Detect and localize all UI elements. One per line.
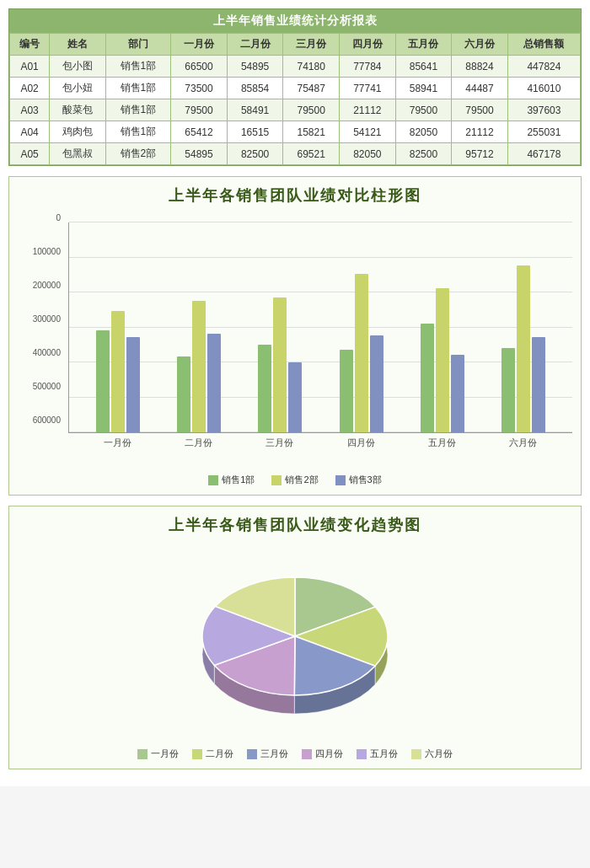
table-cell: 酸菜包 <box>50 99 106 121</box>
pie-legend-color-box <box>302 749 312 759</box>
table-cell: 44487 <box>452 78 508 99</box>
pie-legend-item: 六月份 <box>411 747 453 760</box>
legend-blue: 销售3部 <box>335 474 382 486</box>
pie-legend-item: 一月份 <box>137 747 179 760</box>
y-axis-label: 400000 <box>18 349 64 357</box>
pie-container: 一月份二月份三月份四月份五月份六月份 <box>18 544 572 760</box>
col-id: 编号 <box>10 34 50 56</box>
table-cell: 21112 <box>452 121 508 143</box>
table-body: A01包小图销售1部665005489574180777848564188824… <box>10 56 581 165</box>
bar-chart-title: 上半年各销售团队业绩对比柱形图 <box>18 185 572 206</box>
table-row: A05包黑叔销售2部548958250069521820508250095712… <box>10 143 581 165</box>
x-axis-label: 六月份 <box>509 437 537 449</box>
pie-legend-color-box <box>247 749 257 759</box>
bar-blue <box>126 337 140 432</box>
table-cell: 21112 <box>340 99 396 121</box>
bar-blue <box>451 355 464 432</box>
table-row: A03酸菜包销售1部795005849179500211127950079500… <box>10 99 581 121</box>
table-cell: 69521 <box>283 143 340 165</box>
month-group <box>96 311 140 432</box>
x-axis-label: 四月份 <box>347 437 375 449</box>
bar-green <box>177 356 190 432</box>
month-group <box>340 274 384 432</box>
table-cell: 82500 <box>227 143 283 165</box>
table-cell: 58491 <box>227 99 283 121</box>
col-jun: 六月份 <box>452 34 508 56</box>
x-axis-label: 一月份 <box>104 437 131 449</box>
pie-legend-item: 三月份 <box>247 747 288 760</box>
table-cell: 255031 <box>507 121 580 143</box>
data-table: 编号 姓名 部门 一月份 二月份 三月份 四月份 五月份 六月份 总销售额 A0… <box>9 33 581 165</box>
table-cell: A03 <box>10 99 50 121</box>
x-axis-label: 二月份 <box>185 437 212 449</box>
table-header-row: 编号 姓名 部门 一月份 二月份 三月份 四月份 五月份 六月份 总销售额 <box>10 34 581 56</box>
bar-chart-section: 上半年各销售团队业绩对比柱形图 600000500000400000300000… <box>8 176 582 496</box>
table-cell: 467178 <box>507 143 580 165</box>
pie-legend-label: 六月份 <box>425 747 453 760</box>
table-cell: 79500 <box>283 99 340 121</box>
legend-yellow-box <box>271 475 282 485</box>
legend-green: 销售1部 <box>208 474 255 486</box>
bar-legend: 销售1部 销售2部 销售3部 <box>18 474 572 486</box>
pie-chart-title: 上半年各销售团队业绩变化趋势图 <box>18 515 572 535</box>
bar-blue <box>370 335 384 432</box>
pie-legend-color-box <box>357 749 367 759</box>
table-section: 上半年销售业绩统计分析报表 编号 姓名 部门 一月份 二月份 三月份 四月份 五… <box>8 8 582 166</box>
table-cell: 82050 <box>395 121 452 143</box>
table-cell: 447824 <box>507 56 580 78</box>
bar-green <box>421 324 434 432</box>
legend-yellow: 销售2部 <box>271 474 318 486</box>
col-dept: 部门 <box>105 34 170 56</box>
table-cell: 销售1部 <box>105 56 170 78</box>
table-cell: 65412 <box>171 121 228 143</box>
pie-svg <box>177 544 413 737</box>
bar-chart-area <box>68 222 572 433</box>
bar-green <box>96 330 110 432</box>
table-cell: 54895 <box>227 56 283 78</box>
page: 上半年销售业绩统计分析报表 编号 姓名 部门 一月份 二月份 三月份 四月份 五… <box>0 0 590 786</box>
table-cell: 15821 <box>283 121 340 143</box>
bars-group-container <box>69 222 572 432</box>
col-total: 总销售额 <box>507 34 580 56</box>
table-cell: 77784 <box>340 56 396 78</box>
col-feb: 二月份 <box>227 34 283 56</box>
bar-yellow <box>192 301 206 432</box>
table-cell: 82500 <box>395 143 452 165</box>
bar-yellow <box>517 265 530 432</box>
table-title: 上半年销售业绩统计分析报表 <box>9 9 581 33</box>
pie-legend-label: 五月份 <box>370 747 398 760</box>
pie-legend: 一月份二月份三月份四月份五月份六月份 <box>137 747 453 760</box>
table-cell: 包小图 <box>50 56 106 78</box>
table-cell: 79500 <box>395 99 452 121</box>
table-cell: 85641 <box>395 56 452 78</box>
bar-green <box>340 350 353 432</box>
table-cell: 397603 <box>507 99 580 121</box>
col-jan: 一月份 <box>171 34 228 56</box>
pie-legend-label: 一月份 <box>151 747 179 760</box>
y-axis-label: 600000 <box>18 416 64 425</box>
table-cell: 88824 <box>452 56 508 78</box>
legend-blue-label: 销售3部 <box>349 474 382 486</box>
col-mar: 三月份 <box>283 34 340 56</box>
table-cell: A04 <box>10 121 50 143</box>
table-cell: 82050 <box>340 143 396 165</box>
table-cell: 销售1部 <box>105 99 170 121</box>
pie-chart-section: 上半年各销售团队业绩变化趋势图 一月份二月份三月份四月份五月份六月份 <box>8 506 582 769</box>
bar-blue <box>288 362 302 432</box>
table-cell: 销售1部 <box>105 78 170 99</box>
table-cell: 54121 <box>340 121 396 143</box>
table-row: A01包小图销售1部665005489574180777848564188824… <box>10 56 581 78</box>
table-cell: 73500 <box>171 78 228 99</box>
bar-blue <box>532 337 545 432</box>
table-cell: 77741 <box>340 78 396 99</box>
pie-legend-color-box <box>411 749 421 759</box>
legend-yellow-label: 销售2部 <box>285 474 318 486</box>
table-cell: 85854 <box>227 78 283 99</box>
pie-legend-item: 五月份 <box>357 747 398 760</box>
table-cell: 416010 <box>507 78 580 99</box>
table-cell: 58941 <box>395 78 452 99</box>
bar-green <box>258 345 271 432</box>
bar-yellow <box>273 297 287 432</box>
pie-legend-label: 三月份 <box>260 747 288 760</box>
pie-legend-item: 四月份 <box>302 747 343 760</box>
